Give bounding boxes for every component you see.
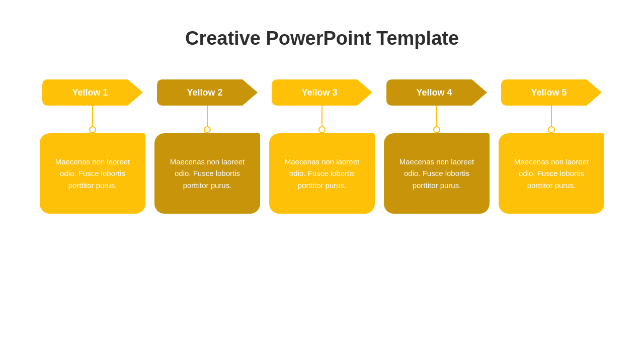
connector-line-5 <box>551 106 552 126</box>
content-box-4: Maecenas non laoreet odio. Fusce loborti… <box>384 133 490 214</box>
connector-3 <box>318 106 326 133</box>
content-text-1: Maecenas non laoreet odio. Fusce loborti… <box>49 156 136 191</box>
content-box-5: Maecenas non laoreet odio. Fusce loborti… <box>499 133 604 214</box>
connector-1 <box>89 106 96 133</box>
arrow-tag-label-2: Yellow 2 <box>187 87 222 98</box>
item-col-1: Yellow 1Maecenas non laoreet odio. Fusce… <box>40 79 145 214</box>
content-text-5: Maecenas non laoreet odio. Fusce loborti… <box>508 156 595 191</box>
item-col-4: Yellow 4Maecenas non laoreet odio. Fusce… <box>384 79 490 214</box>
arrow-tag-label-3: Yellow 3 <box>301 87 337 98</box>
arrow-tag-label-4: Yellow 4 <box>416 87 452 98</box>
connector-2 <box>204 106 211 133</box>
arrow-tag-label-1: Yellow 1 <box>72 87 108 98</box>
content-text-4: Maecenas non laoreet odio. Fusce loborti… <box>393 156 480 191</box>
item-col-3: Yellow 3Maecenas non laoreet odio. Fusce… <box>269 79 375 214</box>
arrow-tag-4: Yellow 4 <box>386 79 487 106</box>
infographic-row: Yellow 1Maecenas non laoreet odio. Fusce… <box>20 79 624 214</box>
content-box-3: Maecenas non laoreet odio. Fusce loborti… <box>269 133 375 214</box>
arrow-tag-2: Yellow 2 <box>157 79 258 106</box>
connector-dot-4 <box>433 126 440 133</box>
item-col-2: Yellow 2Maecenas non laoreet odio. Fusce… <box>154 79 260 214</box>
connector-4 <box>433 106 440 133</box>
content-text-3: Maecenas non laoreet odio. Fusce loborti… <box>278 156 366 191</box>
connector-line-1 <box>92 106 93 126</box>
page-title: Creative PowerPoint Template <box>185 28 459 49</box>
connector-line-2 <box>207 106 208 126</box>
connector-dot-5 <box>548 126 555 133</box>
content-box-2: Maecenas non laoreet odio. Fusce loborti… <box>154 133 260 214</box>
connector-dot-1 <box>89 126 96 133</box>
arrow-tag-label-5: Yellow 5 <box>531 87 567 98</box>
connector-dot-2 <box>204 126 211 133</box>
arrow-tag-5: Yellow 5 <box>501 79 602 106</box>
connector-5 <box>548 106 555 133</box>
content-text-2: Maecenas non laoreet odio. Fusce loborti… <box>164 156 251 191</box>
item-col-5: Yellow 5Maecenas non laoreet odio. Fusce… <box>499 79 604 214</box>
connector-dot-3 <box>318 126 326 133</box>
connector-line-4 <box>436 106 437 126</box>
arrow-tag-3: Yellow 3 <box>272 79 372 106</box>
content-box-1: Maecenas non laoreet odio. Fusce loborti… <box>40 133 145 214</box>
connector-line-3 <box>321 106 323 126</box>
arrow-tag-1: Yellow 1 <box>42 79 143 106</box>
